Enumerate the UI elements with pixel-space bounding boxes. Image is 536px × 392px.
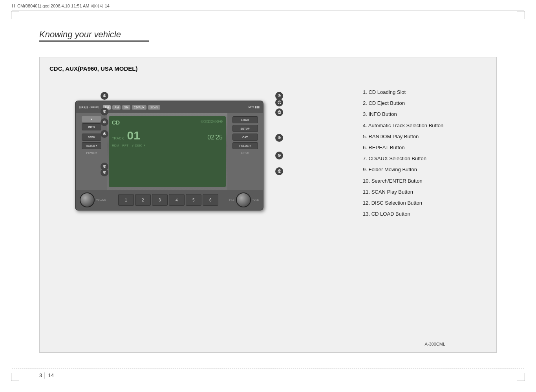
legend-item-13: 13. CD LOAD Button (363, 211, 481, 218)
setup-button[interactable]: SETUP (232, 125, 258, 132)
cdaux-button[interactable]: CD/AUX (132, 105, 146, 110)
callout-10: ⑩ (275, 152, 283, 159)
header-bar: H_CM(080401).qxd 2008.4.10 11:51 AM 페이지 … (12, 3, 524, 11)
center-cross-top (266, 11, 271, 16)
preset-3[interactable]: 3 (152, 194, 168, 206)
display-track-label: TRACK (112, 136, 124, 140)
legend-item-5: 5. RANDOM Play Button (363, 133, 481, 140)
preset-buttons: 1 2 3 4 5 6 (109, 194, 227, 206)
display-time: 02'25 (207, 134, 223, 141)
callout-13: ⑬ (275, 108, 283, 116)
rpt-indicator: RPT (122, 144, 128, 147)
load-button[interactable]: LOAD (232, 116, 258, 123)
mp3-area: MP3 ▮▮▮ (249, 106, 260, 109)
rdm-indicator: RDM (112, 144, 119, 147)
info-button[interactable]: INFO (82, 123, 101, 130)
preset-2[interactable]: 2 (135, 194, 151, 206)
display-disc-icons: ⓪①②③④⑤⑥ (201, 119, 223, 124)
callout-1: ① (101, 92, 108, 100)
disc-nav: ∨ DISC ∧ (132, 144, 146, 147)
display-mode: CD (112, 119, 120, 126)
legend-item-11: 11. SCAN Play Button (363, 189, 481, 196)
preset-4[interactable]: 4 (169, 194, 185, 206)
page-sub-num: 14 (48, 372, 54, 378)
folder-button[interactable]: FOLDER (232, 142, 258, 149)
legend-item-7: 7. CD/AUX Selection Button (363, 155, 481, 162)
callout-6: ⑥ (101, 169, 108, 176)
am-button[interactable]: AM (112, 105, 121, 110)
tune-knob[interactable] (236, 192, 251, 207)
preset-6[interactable]: 6 (203, 194, 218, 206)
tune-label: TUNE (252, 199, 259, 201)
display-track-num: 01 (127, 130, 140, 141)
cat-button[interactable]: CAT (232, 134, 258, 141)
file-label: FILE (229, 199, 234, 201)
dashed-line (12, 368, 524, 368)
corner-mark-tr (517, 11, 525, 19)
display-top: CD ⓪①②③④⑤⑥ (112, 119, 223, 126)
legend-item-12: 12. DISC Selection Button (363, 200, 481, 207)
legend-item-3: 3. INFO Button (363, 111, 481, 118)
legend-item-6: 6. REPEAT Button (363, 144, 481, 151)
track-button[interactable]: TRACK▼ (82, 142, 101, 149)
brand-area: SIRIUS (SIRIUS) (79, 106, 99, 109)
volume-knob[interactable] (80, 192, 95, 207)
legend-area: 1. CD Loading Slot 2. CD Eject Button 3.… (363, 89, 481, 222)
legend-item-4: 4. Automatic Track Selection Button (363, 122, 481, 129)
page-main: 3 (39, 372, 42, 378)
callout-11: ⑪ (275, 99, 283, 106)
section-title: Knowing your vehicle (39, 29, 149, 42)
radio-bottom-band: VOLUME 1 2 3 4 5 6 FILE TUNE (76, 190, 263, 210)
radio-area: SIRIUS (SIRIUS) FM AM XM CD/AUX SCAN MP3… (51, 85, 271, 333)
callout-4: ④ (101, 130, 108, 138)
page-sub: │ (44, 372, 47, 378)
corner-mark-br (517, 373, 525, 381)
callout-9: ⑨ (275, 134, 283, 142)
xm-button[interactable]: XM (122, 105, 130, 110)
scan-button[interactable]: SCAN (148, 105, 160, 110)
brand-text: SIRIUS (79, 106, 88, 109)
legend-item-1: 1. CD Loading Slot (363, 89, 481, 96)
seek-button[interactable]: SEEK (82, 134, 101, 141)
corner-mark-bl (11, 373, 19, 381)
page-number: 3 │ 14 (39, 372, 54, 378)
display-bottom: RDM RPT ∨ DISC ∧ (112, 144, 223, 147)
center-cross-bottom (266, 376, 271, 381)
bottom-reference: A-300CML (424, 342, 445, 346)
volume-label: VOLUME (96, 199, 106, 201)
right-panel: LOAD SETUP CAT FOLDER ENTER (227, 113, 263, 190)
radio-unit: SIRIUS (SIRIUS) FM AM XM CD/AUX SCAN MP3… (75, 101, 263, 211)
callout-12: ⑫ (275, 167, 283, 175)
eject-button[interactable]: ▲ (82, 116, 101, 122)
display-track-row: TRACK 01 02'25 (112, 130, 223, 141)
callout-3: ③ (101, 118, 108, 126)
legend-item-10: 10. Search/ENTER Button (363, 178, 481, 185)
section-title-text: Knowing your vehicle (39, 29, 149, 40)
legend-item-2: 2. CD Eject Button (363, 100, 481, 107)
corner-mark-tl (11, 11, 19, 19)
enter-label: ENTER (241, 152, 249, 154)
display-area: CD ⓪①②③④⑤⑥ TRACK 01 02'25 RDM RPT ∨ DISC… (109, 116, 226, 187)
brand-text2: (SIRIUS) (90, 106, 99, 108)
file-info: H_CM(080401).qxd 2008.4.10 11:51 AM 페이지 … (12, 4, 110, 8)
preset-5[interactable]: 5 (186, 194, 201, 206)
callout-2: ② (101, 108, 108, 115)
box-title: CDC, AUX(PA960, USA MODEL) (49, 65, 137, 72)
preset-1[interactable]: 1 (118, 194, 134, 206)
power-label: POWER (86, 152, 97, 154)
main-box: CDC, AUX(PA960, USA MODEL) SIRIUS (SIRIU… (39, 57, 497, 353)
legend-item-9: 9. Folder Moving Button (363, 166, 481, 173)
section-title-bar (39, 40, 149, 42)
